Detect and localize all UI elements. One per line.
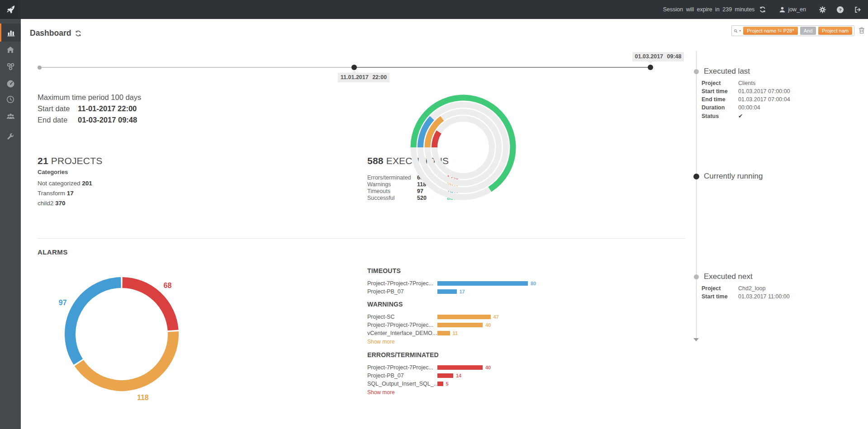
timeline-right-handle[interactable] xyxy=(648,65,653,70)
categories-label: Categories xyxy=(38,169,68,175)
executed-last-title: Executed last xyxy=(704,67,750,76)
timeline-selected-range[interactable] xyxy=(354,67,650,68)
warning-bar xyxy=(437,315,491,319)
timeout-bar xyxy=(437,281,528,286)
projects-title: 21 PROJECTS xyxy=(38,156,102,166)
wrench-icon xyxy=(6,132,14,141)
category-row: child2 370 xyxy=(38,200,92,210)
app-logo[interactable] xyxy=(0,0,21,19)
clock-icon xyxy=(6,95,14,104)
gauge-icon xyxy=(6,80,15,88)
svg-text:118: 118 xyxy=(137,394,149,401)
svg-text:97: 97 xyxy=(59,299,67,306)
error-bar xyxy=(437,382,443,386)
table-row: Start time01.03.2017 07:00:00 xyxy=(702,88,790,96)
alarms-donut-chart: 6811897 xyxy=(49,262,194,406)
filter-operator-chip[interactable]: And xyxy=(800,27,816,35)
bar-row: vCenter_Interface_DEMO...11 xyxy=(367,329,557,337)
execution-timeline-arrow-down xyxy=(693,338,699,341)
categories-list: Not categorized 201 Transform 17 child2 … xyxy=(38,180,92,210)
timeouts-heading: TIMEOUTS xyxy=(367,267,557,274)
executed-last-dot xyxy=(694,69,699,74)
rocket-icon xyxy=(5,4,16,15)
settings-gear-icon[interactable] xyxy=(819,6,826,14)
bar-row: Project-SC47 xyxy=(367,313,557,321)
bar-row: Project-7Project-7Projec...40 xyxy=(367,321,557,329)
left-sidebar xyxy=(0,19,21,429)
user-icon[interactable] xyxy=(779,6,786,13)
warning-bar xyxy=(437,323,483,327)
execution-timeline-line xyxy=(696,51,697,338)
executed-last-table: ProjectClients Start time01.03.2017 07:0… xyxy=(702,80,790,121)
warnings-show-more-link[interactable]: Show more xyxy=(367,339,395,345)
timeout-bar xyxy=(437,289,457,294)
currently-running-dot xyxy=(693,174,699,179)
filter-chip[interactable]: Project name != P28* xyxy=(743,27,797,35)
projects-count: 21 xyxy=(38,156,48,166)
category-row: Transform 17 xyxy=(38,190,92,200)
timeline-end-tooltip: 01.03.2017 09:48 xyxy=(632,52,684,61)
start-date-value: 11-01-2017 22:00 xyxy=(78,104,137,113)
bar-row: Project-PB_0717 xyxy=(367,288,557,296)
timeline-left-handle[interactable] xyxy=(351,65,357,70)
sidebar-item-monitoring[interactable] xyxy=(0,75,21,93)
bar-row: Project-7Project-7Projec...80 xyxy=(367,279,557,288)
table-row: Duration00:00:04 xyxy=(702,104,790,113)
sidebar-item-dashboard[interactable] xyxy=(0,24,21,42)
bar-row: Project-PB_0714 xyxy=(367,372,557,380)
search-icon xyxy=(734,28,738,34)
timeouts-section: TIMEOUTS Project-7Project-7Projec...80 P… xyxy=(367,267,557,296)
executions-ring-chart xyxy=(404,89,522,206)
sidebar-item-schedule[interactable] xyxy=(0,90,21,108)
period-info: Maximum time period 100 days Start date1… xyxy=(38,93,141,127)
timeline-start-tooltip: 11.01.2017 22:00 xyxy=(338,73,389,82)
nodes-icon xyxy=(6,62,15,71)
help-icon[interactable]: ? xyxy=(836,6,844,14)
errors-heading: ERRORS/TERMINATED xyxy=(367,351,557,358)
table-row: ProjectChd2_loop xyxy=(702,285,790,293)
max-period-line: Maximum time period 100 days xyxy=(38,93,141,104)
chevron-down-icon[interactable] xyxy=(739,30,741,32)
executed-next-dot xyxy=(694,274,699,279)
sidebar-item-projects[interactable] xyxy=(0,57,21,75)
dashboard-refresh-icon[interactable] xyxy=(75,30,82,37)
table-row: End time01.03.2017 07:00:04 xyxy=(702,96,790,104)
timeline-track[interactable] xyxy=(39,67,354,68)
start-date-label: Start date xyxy=(38,104,78,113)
username[interactable]: jow_en xyxy=(788,6,806,13)
topbar-right-cluster: Session will expire in 239 minutes jow_e… xyxy=(663,6,868,14)
currently-running-title: Currently running xyxy=(704,172,763,181)
errors-show-more-link[interactable]: Show more xyxy=(367,389,395,396)
section-divider xyxy=(38,238,685,239)
timeline-start-dot xyxy=(38,66,42,70)
filter-chip[interactable]: Project nam xyxy=(818,27,852,35)
warnings-section: WARNINGS Project-SC47 Project-7Project-7… xyxy=(367,301,557,345)
table-row: Start time01.03.2017 11:00:00 xyxy=(702,293,790,302)
alarms-title: ALARMS xyxy=(38,248,68,256)
tooltip-notch xyxy=(648,61,653,64)
executed-next-table: ProjectChd2_loop Start time01.03.2017 11… xyxy=(702,285,790,302)
clear-filter-trash-icon[interactable] xyxy=(858,27,865,34)
tooltip-notch xyxy=(352,71,356,73)
users-icon xyxy=(6,112,15,121)
bar-row: Project-7Project-7Projec...40 xyxy=(367,363,557,372)
page-title: Dashboard xyxy=(30,28,71,38)
logout-icon[interactable] xyxy=(854,6,862,14)
svg-text:68: 68 xyxy=(164,282,172,289)
end-date-value: 01-03-2017 09:48 xyxy=(78,116,137,124)
session-expiry-text: Session will expire in 239 minutes xyxy=(663,6,755,13)
sidebar-item-settings[interactable] xyxy=(0,127,21,146)
session-refresh-icon[interactable] xyxy=(759,6,766,13)
table-row: ProjectClients xyxy=(702,80,790,88)
sidebar-item-home[interactable] xyxy=(0,41,21,59)
warnings-heading: WARNINGS xyxy=(367,301,557,308)
sidebar-item-users[interactable] xyxy=(0,107,21,125)
executions-count: 588 xyxy=(367,156,384,166)
top-bar: Session will expire in 239 minutes jow_e… xyxy=(0,0,868,19)
bar-chart-icon xyxy=(7,28,15,37)
error-bar xyxy=(437,373,453,378)
filter-search-box[interactable]: Project name != P28* And Project nam xyxy=(731,25,854,36)
category-row: Not categorized 201 xyxy=(38,180,92,190)
bar-row: SQL_Output_Insert_SQL_...5 xyxy=(367,380,557,388)
home-icon xyxy=(6,46,14,54)
